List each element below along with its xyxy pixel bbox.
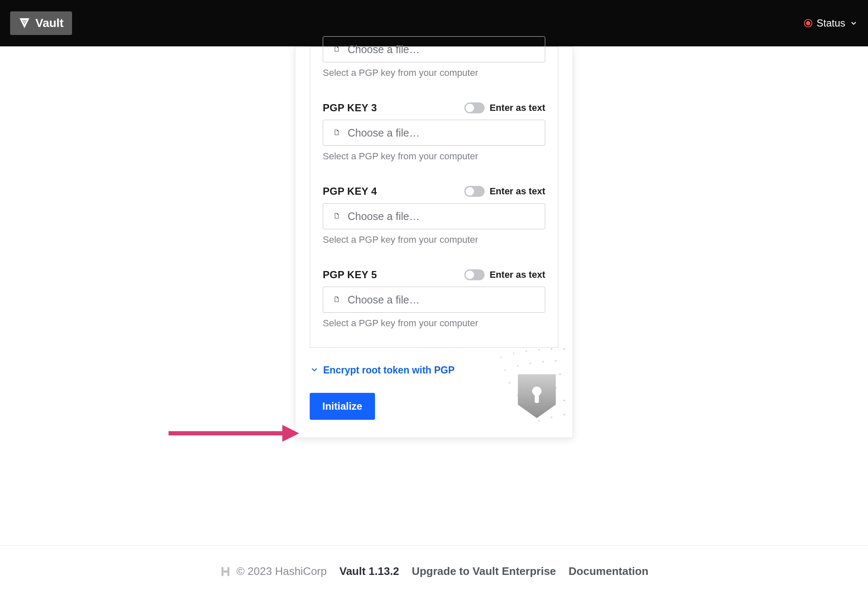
file-input-label: Choose a file…	[348, 43, 420, 56]
vault-logo-icon	[19, 17, 30, 29]
init-card: Choose a file… Select a PGP key from you…	[295, 46, 573, 438]
pgp-key-group-3: PGP KEY 3 Enter as text Choose a file… S…	[323, 102, 545, 162]
file-input[interactable]: Choose a file…	[323, 36, 545, 62]
svg-rect-38	[224, 570, 228, 572]
svg-point-19	[534, 376, 536, 378]
file-help-text: Select a PGP key from your computer	[323, 318, 545, 329]
svg-point-11	[563, 348, 565, 350]
svg-point-16	[555, 360, 557, 362]
svg-rect-36	[222, 567, 224, 576]
svg-point-0	[22, 20, 23, 21]
file-input[interactable]: Choose a file…	[323, 120, 545, 146]
file-input-label: Choose a file…	[348, 294, 420, 306]
svg-point-24	[542, 389, 544, 390]
toggle-label: Enter as text	[490, 186, 545, 197]
footer-divider	[0, 545, 868, 546]
svg-point-18	[521, 379, 523, 380]
enter-as-text-toggle[interactable]	[464, 186, 485, 197]
file-input[interactable]: Choose a file…	[323, 287, 545, 313]
status-menu[interactable]: Status	[804, 17, 858, 29]
svg-point-15	[542, 361, 544, 362]
encrypt-root-token-toggle[interactable]: Encrypt root token with PGP	[310, 365, 573, 376]
file-icon	[333, 212, 341, 220]
svg-point-25	[555, 387, 557, 389]
svg-point-7	[513, 352, 514, 354]
file-icon	[333, 296, 341, 303]
initialize-button[interactable]: Initialize	[310, 393, 375, 420]
svg-point-2	[25, 20, 26, 21]
annotation-arrow	[169, 423, 303, 446]
footer: © 2023 HashiCorp Vault 1.13.2 Upgrade to…	[0, 565, 868, 578]
toggle-wrap: Enter as text	[464, 269, 545, 280]
enter-as-text-toggle[interactable]	[464, 102, 485, 113]
svg-point-5	[24, 23, 25, 24]
submit-row: Initialize	[310, 393, 573, 420]
footer-copyright: © 2023 HashiCorp	[220, 565, 327, 578]
enter-as-text-toggle[interactable]	[464, 269, 485, 280]
file-input-label: Choose a file…	[348, 210, 420, 223]
card-decoration	[463, 336, 573, 438]
svg-point-14	[530, 362, 531, 364]
svg-point-10	[551, 348, 552, 350]
svg-point-30	[538, 420, 540, 421]
toggle-label: Enter as text	[490, 269, 545, 280]
brand-name: Vault	[35, 16, 64, 30]
chevron-down-icon	[310, 365, 319, 376]
svg-point-9	[538, 349, 540, 351]
pgp-key-group-4: PGP KEY 4 Enter as text Choose a file… S…	[323, 185, 545, 245]
footer-docs-link[interactable]: Documentation	[569, 565, 648, 578]
key-header: PGP KEY 4 Enter as text	[323, 185, 545, 197]
key-header: PGP KEY 3 Enter as text	[323, 102, 545, 114]
toggle-wrap: Enter as text	[464, 186, 545, 197]
svg-rect-37	[228, 567, 230, 576]
svg-point-8	[525, 350, 527, 352]
svg-point-6	[500, 357, 502, 358]
pgp-key-label: PGP KEY 4	[323, 185, 377, 197]
pgp-key-group: Choose a file… Select a PGP key from you…	[323, 36, 545, 78]
status-indicator-icon	[804, 19, 812, 27]
pgp-key-label: PGP KEY 5	[323, 269, 377, 281]
toggle-label: Enter as text	[490, 102, 545, 113]
footer-version: Vault 1.13.2	[339, 565, 399, 578]
chevron-down-icon	[849, 19, 858, 27]
svg-point-1	[24, 20, 25, 21]
encrypt-root-token-label: Encrypt root token with PGP	[323, 365, 455, 376]
file-input-label: Choose a file…	[348, 127, 420, 139]
file-icon	[333, 129, 341, 137]
key-header: PGP KEY 5 Enter as text	[323, 269, 545, 281]
pgp-key-label: PGP KEY 3	[323, 102, 377, 114]
file-help-text: Select a PGP key from your computer	[323, 67, 545, 78]
file-help-text: Select a PGP key from your computer	[323, 234, 545, 245]
file-help-text: Select a PGP key from your computer	[323, 151, 545, 162]
status-label: Status	[817, 17, 845, 29]
file-input[interactable]: Choose a file…	[323, 203, 545, 229]
footer-upgrade-link[interactable]: Upgrade to Vault Enterprise	[412, 565, 556, 578]
brand-button[interactable]: Vault	[10, 11, 72, 35]
svg-point-3	[23, 22, 24, 23]
pgp-keys-panel: Choose a file… Select a PGP key from you…	[310, 47, 558, 348]
svg-point-17	[509, 382, 510, 384]
file-icon	[333, 46, 341, 53]
copyright-text: © 2023 HashiCorp	[236, 565, 327, 578]
toggle-wrap: Enter as text	[464, 102, 545, 113]
svg-point-4	[25, 22, 26, 23]
pgp-key-group-5: PGP KEY 5 Enter as text Choose a file… S…	[323, 269, 545, 329]
hashicorp-logo-icon	[220, 566, 231, 577]
